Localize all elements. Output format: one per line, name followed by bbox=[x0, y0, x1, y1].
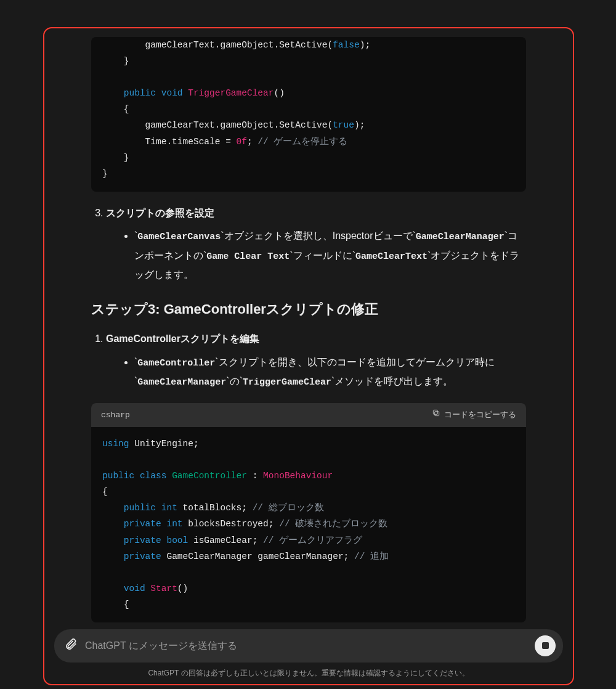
list-item-title: スクリプトの参照を設定 bbox=[106, 208, 214, 218]
svg-rect-1 bbox=[433, 410, 437, 414]
code-lang-label: csharp bbox=[101, 408, 130, 422]
inline-code: Game Clear Text bbox=[206, 251, 290, 262]
inline-code: GameClearManager bbox=[137, 377, 226, 388]
sub-bullet-list: `GameController`スクリプトを開き、以下のコードを追加してゲームク… bbox=[106, 353, 526, 392]
disclaimer-text: ChatGPT の回答は必ずしも正しいとは限りません。重要な情報は確認するように… bbox=[51, 662, 567, 680]
code-block-2: csharp コードをコピーする using UnityEngine; publ… bbox=[91, 403, 526, 622]
step3-heading: ステップ3: GameControllerスクリプトの修正 bbox=[91, 298, 526, 320]
chat-input-row bbox=[54, 629, 563, 662]
svg-rect-0 bbox=[435, 411, 439, 415]
chat-response-frame: gameClearText.gameObject.SetActive(false… bbox=[43, 27, 574, 685]
copy-icon bbox=[432, 408, 440, 422]
copy-code-button[interactable]: コードをコピーする bbox=[432, 408, 516, 422]
list-item: スクリプトの参照を設定`GameClearCanvas`オブジェクトを選択し、I… bbox=[106, 205, 526, 285]
sub-bullet-item: `GameController`スクリプトを開き、以下のコードを追加してゲームク… bbox=[134, 353, 526, 392]
inline-code: GameController bbox=[137, 358, 215, 369]
instruction-list-2: GameControllerスクリプトを編集`GameController`スク… bbox=[91, 331, 526, 392]
list-item-title: GameControllerスクリプトを編集 bbox=[106, 333, 259, 344]
inline-code: TriggerGameClear bbox=[243, 377, 331, 388]
stop-button[interactable] bbox=[535, 635, 556, 656]
attach-icon[interactable] bbox=[64, 637, 78, 655]
inline-code: GameClearCanvas bbox=[137, 232, 221, 242]
list-item: GameControllerスクリプトを編集`GameController`スク… bbox=[106, 331, 526, 392]
code-block-1: gameClearText.gameObject.SetActive(false… bbox=[91, 37, 526, 192]
copy-code-label: コードをコピーする bbox=[444, 408, 516, 422]
sub-bullet-item: `GameClearCanvas`オブジェクトを選択し、Inspectorビュー… bbox=[134, 227, 526, 284]
instruction-list-1: スクリプトの参照を設定`GameClearCanvas`オブジェクトを選択し、I… bbox=[91, 205, 526, 285]
code-body-1[interactable]: gameClearText.gameObject.SetActive(false… bbox=[91, 37, 526, 192]
stop-icon bbox=[542, 642, 549, 649]
sub-bullet-list: `GameClearCanvas`オブジェクトを選択し、Inspectorビュー… bbox=[106, 227, 526, 284]
chat-content: gameClearText.gameObject.SetActive(false… bbox=[51, 37, 567, 623]
inline-code: GameClearText bbox=[355, 251, 428, 262]
code-body-2[interactable]: using UnityEngine; public class GameCont… bbox=[91, 427, 526, 622]
code-header-2: csharp コードをコピーする bbox=[91, 403, 526, 427]
chat-input[interactable] bbox=[85, 640, 527, 651]
inline-code: GameClearManager bbox=[416, 232, 505, 242]
